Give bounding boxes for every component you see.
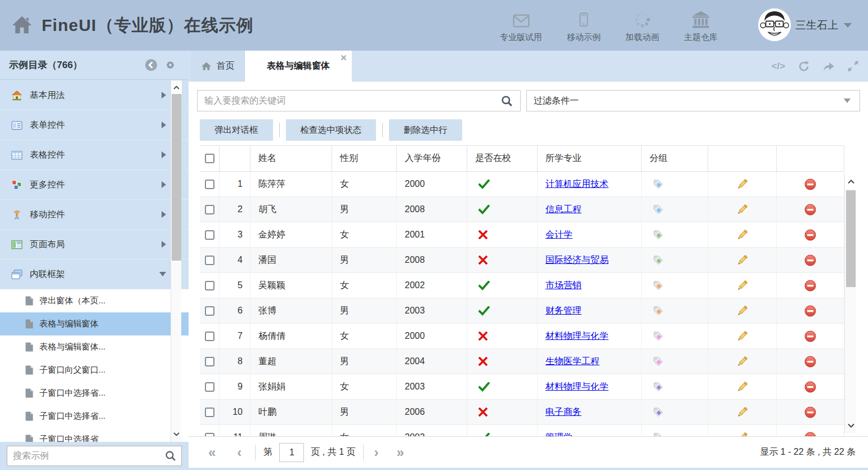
share-icon[interactable] — [822, 61, 835, 72]
table-scrollbar[interactable] — [844, 174, 856, 433]
prev-page-icon[interactable]: ‹ — [237, 446, 241, 459]
sidebar-item[interactable]: 更多控件 — [0, 170, 189, 200]
sidebar-subitem[interactable]: 子窗口中选择省... — [0, 382, 189, 405]
close-icon[interactable] — [341, 55, 347, 61]
delete-icon[interactable] — [804, 406, 816, 418]
scrollbar-thumb[interactable] — [172, 94, 181, 261]
header-action[interactable]: 专业版试用 — [500, 7, 542, 43]
row-checkbox[interactable] — [205, 306, 214, 316]
sidebar-scrollbar[interactable] — [171, 80, 181, 442]
source-code-icon[interactable]: </> — [771, 61, 785, 72]
sidebar-subitem[interactable]: 弹出窗体（本页... — [0, 289, 189, 312]
delete-icon[interactable] — [804, 305, 816, 317]
collapse-sidebar-icon[interactable] — [145, 59, 158, 71]
delete-icon[interactable] — [804, 229, 816, 241]
delete-icon[interactable] — [804, 381, 816, 393]
user-menu[interactable]: 三生石上 — [795, 0, 852, 51]
edit-pencil-icon[interactable] — [736, 406, 748, 418]
major-link[interactable]: 信息工程 — [545, 204, 581, 216]
tab-active[interactable]: 表格与编辑窗体 — [245, 51, 352, 82]
edit-pencil-icon[interactable] — [736, 305, 748, 317]
gear-icon[interactable] — [164, 59, 176, 71]
row-checkbox[interactable] — [205, 180, 214, 189]
row-checkbox[interactable] — [205, 281, 214, 290]
edit-pencil-icon[interactable] — [736, 330, 748, 342]
delete-icon[interactable] — [804, 254, 816, 266]
edit-pencil-icon[interactable] — [736, 229, 748, 241]
major-link[interactable]: 管理学 — [545, 432, 572, 437]
row-checkbox[interactable] — [205, 382, 214, 392]
last-page-icon[interactable]: » — [396, 446, 404, 459]
table-row[interactable]: 8董超男2004生物医学工程 — [200, 349, 844, 374]
home-icon[interactable] — [11, 15, 33, 35]
table-row[interactable]: 4潘国男2008国际经济与贸易 — [200, 248, 844, 273]
delete-icon[interactable] — [804, 356, 816, 368]
sidebar-subitem[interactable]: 子窗口中选择省 — [0, 428, 189, 442]
scroll-up-icon[interactable] — [845, 174, 857, 189]
search-icon[interactable] — [165, 450, 176, 462]
search-icon[interactable] — [501, 95, 513, 107]
table-row[interactable]: 3金婷婷女2001会计学 — [200, 222, 844, 248]
edit-pencil-icon[interactable] — [736, 432, 748, 437]
table-row[interactable]: 7杨倩倩女2000材料物理与化学 — [200, 324, 844, 349]
major-link[interactable]: 市场营销 — [545, 280, 581, 292]
page-number-input[interactable] — [279, 443, 304, 462]
edit-pencil-icon[interactable] — [736, 254, 748, 266]
header-action[interactable]: 主题仓库 — [684, 7, 718, 43]
table-row[interactable]: 1陈萍萍女2000计算机应用技术 — [200, 172, 844, 197]
sidebar-subitem[interactable]: 表格与编辑窗体 — [0, 312, 189, 335]
delete-icon[interactable] — [804, 280, 816, 292]
edit-pencil-icon[interactable] — [736, 178, 748, 190]
row-checkbox[interactable] — [205, 230, 214, 240]
toolbar-button[interactable]: 检查选中项状态 — [286, 119, 377, 141]
select-all-checkbox[interactable] — [205, 154, 214, 163]
row-checkbox[interactable] — [205, 332, 214, 341]
major-link[interactable]: 生物医学工程 — [545, 356, 599, 368]
sidebar-item[interactable]: 表单控件 — [0, 110, 189, 140]
toolbar-button[interactable]: 弹出对话框 — [200, 119, 273, 141]
avatar[interactable] — [758, 8, 791, 41]
major-link[interactable]: 电子商务 — [545, 406, 581, 418]
refresh-icon[interactable] — [798, 60, 810, 73]
row-checkbox[interactable] — [205, 408, 214, 417]
edit-pencil-icon[interactable] — [736, 356, 748, 368]
sidebar-subitem[interactable]: 子窗口中选择省... — [0, 405, 189, 428]
tab-home[interactable]: 首页 — [191, 51, 245, 82]
major-link[interactable]: 计算机应用技术 — [545, 178, 609, 190]
first-page-icon[interactable]: « — [208, 446, 216, 459]
next-page-icon[interactable]: › — [374, 446, 378, 459]
sidebar-item[interactable]: 基本用法 — [0, 80, 189, 110]
row-checkbox[interactable] — [205, 357, 214, 366]
sidebar-item[interactable]: 移动控件 — [0, 200, 189, 230]
filter-dropdown[interactable]: 过滤条件一 — [526, 90, 860, 111]
scroll-down-icon[interactable] — [845, 419, 857, 432]
scroll-up-icon[interactable] — [171, 80, 182, 94]
table-row[interactable]: 2胡飞男2008信息工程 — [200, 197, 844, 222]
delete-icon[interactable] — [804, 178, 816, 190]
keyword-search-input[interactable] — [197, 90, 521, 111]
sidebar-item[interactable]: 内联框架 — [0, 259, 189, 289]
major-link[interactable]: 财务管理 — [545, 305, 581, 317]
major-link[interactable]: 材料物理与化学 — [545, 330, 609, 342]
edit-pencil-icon[interactable] — [736, 204, 748, 216]
sidebar-item[interactable]: 表格控件 — [0, 140, 189, 170]
delete-icon[interactable] — [804, 204, 816, 216]
table-row[interactable]: 5吴颖颖女2002市场营销 — [200, 273, 844, 298]
scrollbar-thumb[interactable] — [846, 190, 856, 287]
table-row[interactable]: 9张娟娟女2003材料物理与化学 — [200, 374, 844, 400]
toolbar-button[interactable]: 删除选中行 — [389, 119, 462, 141]
edit-pencil-icon[interactable] — [736, 381, 748, 393]
sidebar-subitem[interactable]: 子窗口向父窗口... — [0, 359, 189, 382]
row-checkbox[interactable] — [205, 256, 214, 265]
sidebar-search-input[interactable] — [7, 446, 182, 466]
sidebar-item[interactable]: 页面布局 — [0, 230, 189, 259]
expand-icon[interactable] — [847, 60, 859, 72]
table-row[interactable]: 10叶鹏男2006电子商务 — [200, 400, 844, 425]
delete-icon[interactable] — [804, 330, 816, 342]
scroll-down-icon[interactable] — [171, 427, 182, 441]
header-action[interactable]: 移动示例 — [567, 7, 601, 43]
header-action[interactable]: 加载动画 — [625, 7, 659, 43]
table-row[interactable]: 11周琳女2002管理学 — [200, 425, 844, 436]
major-link[interactable]: 国际经济与贸易 — [545, 254, 609, 266]
edit-pencil-icon[interactable] — [736, 280, 748, 292]
